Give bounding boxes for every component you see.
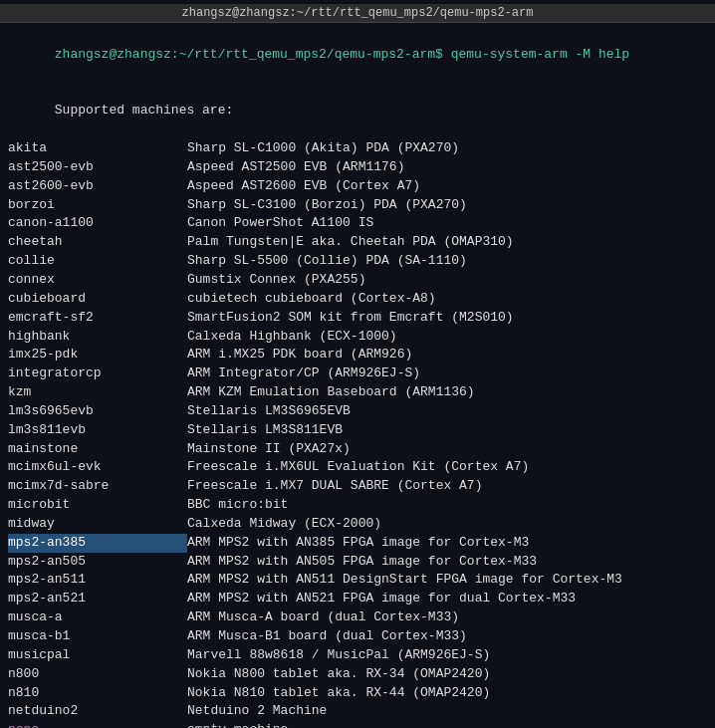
header-line: Supported machines are: (8, 84, 707, 140)
terminal-content[interactable]: zhangsz@zhangsz:~/rtt/rtt_qemu_mps2/qemu… (0, 23, 715, 728)
machine-name: mps2-an505 (8, 553, 187, 572)
machine-desc: Sharp SL-C3100 (Borzoi) PDA (PXA270) (187, 196, 467, 215)
machine-desc: Nokia N810 tablet aka. RX-44 (OMAP2420) (187, 684, 490, 703)
list-item: highbankCalxeda Highbank (ECX-1000) (8, 328, 707, 347)
machine-desc: Palm Tungsten|E aka. Cheetah PDA (OMAP31… (187, 233, 514, 252)
list-item: connexGumstix Connex (PXA255) (8, 271, 707, 290)
machine-desc: Canon PowerShot A1100 IS (187, 214, 373, 233)
machine-name: integratorcp (8, 364, 187, 383)
machine-desc: Sharp SL-5500 (Collie) PDA (SA-1110) (187, 252, 467, 271)
machine-list: akitaSharp SL-C1000 (Akita) PDA (PXA270)… (8, 139, 707, 728)
machine-name: cheetah (8, 233, 187, 252)
prompt-line: zhangsz@zhangsz:~/rtt/rtt_qemu_mps2/qemu… (8, 27, 707, 84)
machine-desc: Mainstone II (PXA27x) (187, 440, 351, 459)
machine-desc: cubietech cubieboard (Cortex-A8) (187, 290, 436, 309)
machine-name: none (8, 721, 187, 728)
list-item: musca-aARM Musca-A board (dual Cortex-M3… (8, 608, 707, 627)
machine-name: borzoi (8, 196, 187, 215)
machine-desc: Stellaris LM3S6965EVB (187, 402, 351, 421)
machine-name: canon-a1100 (8, 214, 187, 233)
machine-desc: ARM MPS2 with AN511 DesignStart FPGA ima… (187, 571, 622, 590)
list-item: midwayCalxeda Midway (ECX-2000) (8, 515, 707, 534)
prompt-text: zhangsz@zhangsz:~/rtt/rtt_qemu_mps2/qemu… (55, 47, 629, 62)
list-item: lm3s811evbStellaris LM3S811EVB (8, 421, 707, 440)
machine-desc: ARM i.MX25 PDK board (ARM926) (187, 346, 412, 364)
machine-desc: ARM MPS2 with AN505 FPGA image for Corte… (187, 553, 537, 572)
list-item: emcraft-sf2SmartFusion2 SOM kit from Emc… (8, 309, 707, 328)
machine-name: mps2-an521 (8, 590, 187, 608)
machine-desc: ARM Musca-A board (dual Cortex-M33) (187, 608, 459, 627)
machine-desc: Stellaris LM3S811EVB (187, 421, 343, 440)
machine-name: ast2500-evb (8, 158, 187, 177)
list-item: mainstoneMainstone II (PXA27x) (8, 440, 707, 459)
list-item: mps2-an385ARM MPS2 with AN385 FPGA image… (8, 534, 707, 553)
list-item: musca-b1ARM Musca-B1 board (dual Cortex-… (8, 627, 707, 646)
list-item: integratorcpARM Integrator/CP (ARM926EJ-… (8, 364, 707, 383)
list-item: noneempty machine (8, 721, 707, 728)
machine-desc: ARM MPS2 with AN521 FPGA image for dual … (187, 590, 576, 608)
title-bar: zhangsz@zhangsz:~/rtt/rtt_qemu_mps2/qemu… (0, 4, 715, 23)
machine-name: n800 (8, 665, 187, 684)
machine-name: ast2600-evb (8, 177, 187, 196)
machine-name: musicpal (8, 646, 187, 665)
machine-desc: Calxeda Highbank (ECX-1000) (187, 328, 397, 347)
list-item: canon-a1100Canon PowerShot A1100 IS (8, 214, 707, 233)
list-item: imx25-pdkARM i.MX25 PDK board (ARM926) (8, 346, 707, 364)
machine-desc: Netduino 2 Machine (187, 702, 327, 721)
machine-desc: ARM KZM Emulation Baseboard (ARM1136) (187, 383, 475, 402)
machine-name: netduino2 (8, 702, 187, 721)
list-item: mps2-an511ARM MPS2 with AN511 DesignStar… (8, 571, 707, 590)
machine-desc: Calxeda Midway (ECX-2000) (187, 515, 381, 534)
machine-name: midway (8, 515, 187, 534)
machine-desc: Gumstix Connex (PXA255) (187, 271, 365, 290)
machine-name: mps2-an385 (8, 534, 187, 553)
machine-desc: Nokia N800 tablet aka. RX-34 (OMAP2420) (187, 665, 490, 684)
machine-desc: empty machine (187, 721, 288, 728)
title-text: zhangsz@zhangsz:~/rtt/rtt_qemu_mps2/qemu… (182, 6, 534, 20)
machine-desc: ARM Musca-B1 board (dual Cortex-M33) (187, 627, 467, 646)
machine-name: lm3s811evb (8, 421, 187, 440)
machine-desc: Marvell 88w8618 / MusicPal (ARM926EJ-S) (187, 646, 490, 665)
list-item: n800Nokia N800 tablet aka. RX-34 (OMAP24… (8, 665, 707, 684)
list-item: cheetahPalm Tungsten|E aka. Cheetah PDA … (8, 233, 707, 252)
machine-name: mcimx7d-sabre (8, 477, 187, 496)
machine-name: musca-b1 (8, 627, 187, 646)
terminal-window: zhangsz@zhangsz:~/rtt/rtt_qemu_mps2/qemu… (0, 0, 715, 728)
machine-name: emcraft-sf2 (8, 309, 187, 328)
machine-desc: ARM Integrator/CP (ARM926EJ-S) (187, 364, 420, 383)
list-item: lm3s6965evbStellaris LM3S6965EVB (8, 402, 707, 421)
list-item: mcimx7d-sabreFreescale i.MX7 DUAL SABRE … (8, 477, 707, 496)
machine-name: n810 (8, 684, 187, 703)
machine-name: akita (8, 139, 187, 158)
machine-name: mainstone (8, 440, 187, 459)
machine-name: connex (8, 271, 187, 290)
list-item: ast2600-evbAspeed AST2600 EVB (Cortex A7… (8, 177, 707, 196)
machine-desc: Aspeed AST2600 EVB (Cortex A7) (187, 177, 420, 196)
machine-name: collie (8, 252, 187, 271)
machine-name: lm3s6965evb (8, 402, 187, 421)
machine-name: highbank (8, 328, 187, 347)
machine-name: imx25-pdk (8, 346, 187, 364)
list-item: borzoiSharp SL-C3100 (Borzoi) PDA (PXA27… (8, 196, 707, 215)
machine-desc: Sharp SL-C1000 (Akita) PDA (PXA270) (187, 139, 459, 158)
header-text: Supported machines are: (55, 103, 233, 118)
machine-name: microbit (8, 496, 187, 515)
list-item: akitaSharp SL-C1000 (Akita) PDA (PXA270) (8, 139, 707, 158)
machine-name: kzm (8, 383, 187, 402)
list-item: ast2500-evbAspeed AST2500 EVB (ARM1176) (8, 158, 707, 177)
machine-desc: Freescale i.MX6UL Evaluation Kit (Cortex… (187, 458, 529, 477)
list-item: collieSharp SL-5500 (Collie) PDA (SA-111… (8, 252, 707, 271)
list-item: mcimx6ul-evkFreescale i.MX6UL Evaluation… (8, 458, 707, 477)
machine-desc: ARM MPS2 with AN385 FPGA image for Corte… (187, 534, 529, 553)
list-item: kzmARM KZM Emulation Baseboard (ARM1136) (8, 383, 707, 402)
machine-desc: Aspeed AST2500 EVB (ARM1176) (187, 158, 404, 177)
list-item: microbitBBC micro:bit (8, 496, 707, 515)
list-item: cubieboardcubietech cubieboard (Cortex-A… (8, 290, 707, 309)
list-item: musicpalMarvell 88w8618 / MusicPal (ARM9… (8, 646, 707, 665)
machine-desc: BBC micro:bit (187, 496, 288, 515)
machine-desc: Freescale i.MX7 DUAL SABRE (Cortex A7) (187, 477, 482, 496)
machine-name: mcimx6ul-evk (8, 458, 187, 477)
machine-name: cubieboard (8, 290, 187, 309)
machine-desc: SmartFusion2 SOM kit from Emcraft (M2S01… (187, 309, 514, 328)
list-item: netduino2Netduino 2 Machine (8, 702, 707, 721)
